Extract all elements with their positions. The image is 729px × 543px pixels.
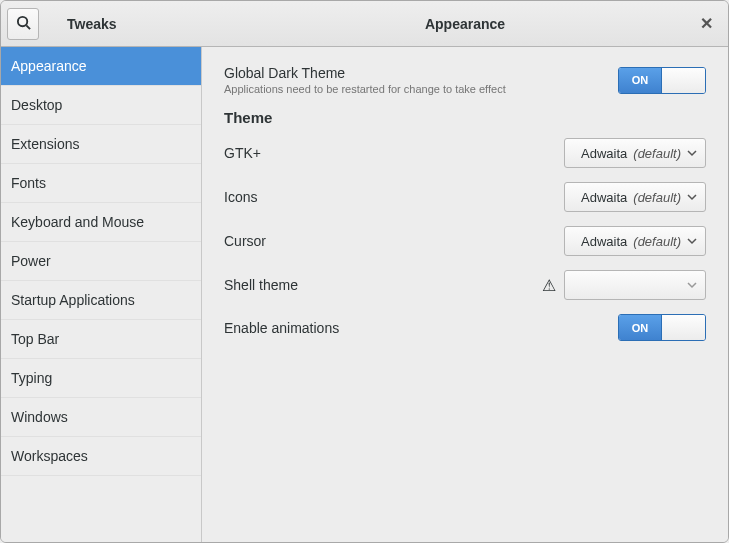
chevron-down-icon bbox=[687, 190, 697, 205]
combo-default-suffix: (default) bbox=[633, 190, 681, 205]
page-title: Appearance bbox=[425, 16, 505, 32]
sidebar-item-windows[interactable]: Windows bbox=[1, 398, 201, 437]
search-icon bbox=[16, 15, 31, 33]
sidebar-item-typing[interactable]: Typing bbox=[1, 359, 201, 398]
sidebar-item-label: Windows bbox=[11, 409, 68, 425]
combo-value: Adwaita bbox=[581, 146, 627, 161]
close-button[interactable]: ✕ bbox=[694, 12, 718, 36]
sidebar-item-label: Extensions bbox=[11, 136, 79, 152]
row-enable-animations: Enable animations ON bbox=[224, 314, 706, 341]
setting-label: GTK+ bbox=[224, 145, 564, 161]
sidebar-item-appearance[interactable]: Appearance bbox=[1, 47, 201, 86]
icons-combo[interactable]: Adwaita (default) bbox=[564, 182, 706, 212]
chevron-down-icon bbox=[687, 234, 697, 249]
app-title: Tweaks bbox=[67, 16, 117, 32]
setting-label: Global Dark Theme bbox=[224, 65, 618, 81]
sidebar-item-top-bar[interactable]: Top Bar bbox=[1, 320, 201, 359]
sidebar-item-extensions[interactable]: Extensions bbox=[1, 125, 201, 164]
row-icons: Icons Adwaita (default) bbox=[224, 182, 706, 212]
setting-label: Enable animations bbox=[224, 320, 618, 336]
sidebar-item-label: Startup Applications bbox=[11, 292, 135, 308]
close-icon: ✕ bbox=[700, 14, 713, 33]
cursor-combo[interactable]: Adwaita (default) bbox=[564, 226, 706, 256]
sidebar-item-label: Keyboard and Mouse bbox=[11, 214, 144, 230]
row-global-dark-theme: Global Dark Theme Applications need to b… bbox=[224, 65, 706, 95]
sidebar-item-label: Desktop bbox=[11, 97, 62, 113]
content: Global Dark Theme Applications need to b… bbox=[202, 47, 728, 542]
setting-label: Cursor bbox=[224, 233, 564, 249]
setting-label: Icons bbox=[224, 189, 564, 205]
sidebar-item-label: Fonts bbox=[11, 175, 46, 191]
animations-switch[interactable]: ON bbox=[618, 314, 706, 341]
sidebar-item-label: Workspaces bbox=[11, 448, 88, 464]
sidebar: Appearance Desktop Extensions Fonts Keyb… bbox=[1, 47, 202, 542]
headerbar-right: Appearance ✕ bbox=[202, 1, 728, 46]
search-button[interactable] bbox=[7, 8, 39, 40]
setting-label: Shell theme bbox=[224, 277, 542, 293]
combo-default-suffix: (default) bbox=[633, 146, 681, 161]
sidebar-item-power[interactable]: Power bbox=[1, 242, 201, 281]
setting-sublabel: Applications need to be restarted for ch… bbox=[224, 83, 618, 95]
combo-value: Adwaita bbox=[581, 234, 627, 249]
headerbar: Tweaks Appearance ✕ bbox=[1, 1, 728, 47]
gtk-combo[interactable]: Adwaita (default) bbox=[564, 138, 706, 168]
row-gtk: GTK+ Adwaita (default) bbox=[224, 138, 706, 168]
combo-default-suffix: (default) bbox=[633, 234, 681, 249]
body: Appearance Desktop Extensions Fonts Keyb… bbox=[1, 47, 728, 542]
chevron-down-icon bbox=[687, 278, 697, 293]
label-block: Global Dark Theme Applications need to b… bbox=[224, 65, 618, 95]
headerbar-left: Tweaks bbox=[1, 1, 202, 46]
sidebar-item-keyboard-mouse[interactable]: Keyboard and Mouse bbox=[1, 203, 201, 242]
sidebar-item-label: Typing bbox=[11, 370, 52, 386]
sidebar-item-startup[interactable]: Startup Applications bbox=[1, 281, 201, 320]
sidebar-item-label: Appearance bbox=[11, 58, 87, 74]
sidebar-item-label: Top Bar bbox=[11, 331, 59, 347]
switch-on-label: ON bbox=[619, 68, 661, 93]
row-cursor: Cursor Adwaita (default) bbox=[224, 226, 706, 256]
switch-handle bbox=[661, 315, 705, 340]
sidebar-item-fonts[interactable]: Fonts bbox=[1, 164, 201, 203]
sidebar-item-desktop[interactable]: Desktop bbox=[1, 86, 201, 125]
sidebar-item-workspaces[interactable]: Workspaces bbox=[1, 437, 201, 476]
shell-theme-combo[interactable] bbox=[564, 270, 706, 300]
switch-on-label: ON bbox=[619, 315, 661, 340]
dark-theme-switch[interactable]: ON bbox=[618, 67, 706, 94]
sidebar-item-label: Power bbox=[11, 253, 51, 269]
chevron-down-icon bbox=[687, 146, 697, 161]
svg-point-0 bbox=[17, 16, 26, 25]
svg-line-1 bbox=[26, 25, 30, 29]
combo-value: Adwaita bbox=[581, 190, 627, 205]
warning-icon: ⚠ bbox=[542, 276, 556, 295]
switch-handle bbox=[661, 68, 705, 93]
theme-heading: Theme bbox=[224, 109, 706, 126]
row-shell-theme: Shell theme ⚠ bbox=[224, 270, 706, 300]
